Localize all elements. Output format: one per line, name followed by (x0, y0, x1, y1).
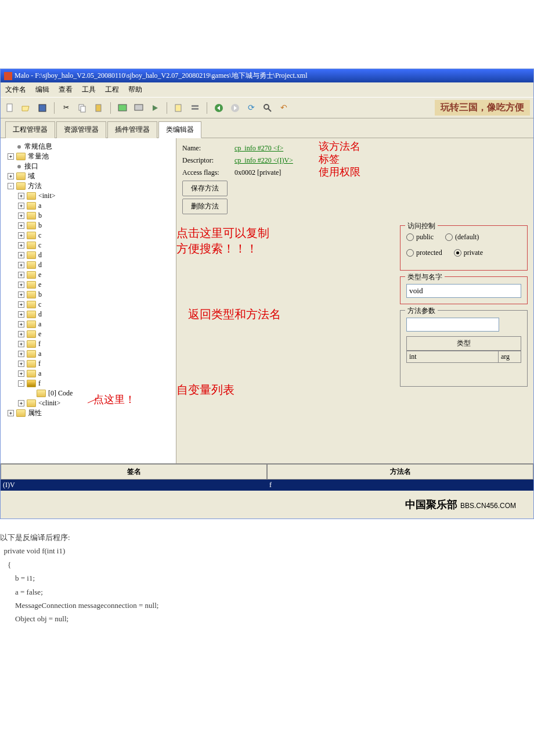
open-icon[interactable] (20, 102, 32, 114)
param-row[interactable]: int arg (406, 351, 521, 363)
tool2-icon[interactable] (189, 102, 201, 114)
save-method-button[interactable]: 保存方法 (182, 181, 228, 196)
tree-toggle-icon[interactable]: + (18, 213, 24, 219)
menu-编辑[interactable]: 编辑 (35, 85, 49, 95)
tree-toggle-icon[interactable]: + (18, 252, 24, 258)
tree-item[interactable]: +域 (4, 171, 172, 181)
tree-item[interactable]: -f (4, 379, 172, 388)
tree-item[interactable]: +b (4, 211, 172, 221)
tree-item[interactable]: +c (4, 300, 172, 309)
tree-toggle-icon[interactable]: + (18, 370, 24, 377)
tree-item[interactable]: +b (4, 290, 172, 300)
special-icon (27, 380, 36, 387)
tree-toggle-icon[interactable]: + (18, 321, 24, 327)
tree-item[interactable]: +a (4, 319, 172, 329)
signature-row[interactable]: (I)V f (1, 480, 533, 491)
tree-toggle-icon[interactable]: + (8, 410, 14, 416)
tree-item[interactable]: +f (4, 359, 172, 369)
tree-item[interactable]: +d (4, 309, 172, 319)
menu-查看[interactable]: 查看 (59, 85, 73, 95)
screen-icon[interactable] (133, 102, 145, 114)
tree-toggle-icon[interactable]: + (18, 232, 24, 239)
descriptor-value[interactable]: cp_info #220 <(I)V> (234, 156, 293, 165)
tree-label: c (38, 241, 41, 250)
tree-toggle-icon[interactable]: + (18, 272, 24, 278)
search-icon[interactable] (262, 102, 273, 114)
tree-label: d (38, 261, 42, 269)
tree-item[interactable]: -方法 (4, 181, 172, 191)
back-icon[interactable] (213, 102, 225, 114)
svg-rect-1 (39, 105, 46, 111)
banner-ad: 玩转三国，像吃方便 (435, 100, 530, 116)
play-icon[interactable] (149, 102, 161, 114)
tree-item[interactable]: +a (4, 201, 172, 211)
descriptor-label: Descriptor: (182, 156, 234, 165)
cut-icon[interactable]: ✂ (60, 102, 72, 114)
paste-icon[interactable] (93, 102, 104, 114)
tree-toggle-icon[interactable]: - (18, 380, 24, 387)
tree-item[interactable]: +d (4, 260, 172, 270)
refresh-icon[interactable]: ⟳ (246, 102, 257, 114)
type-input[interactable] (406, 284, 521, 298)
tree-item[interactable]: 常规信息 (4, 142, 172, 152)
menu-帮助[interactable]: 帮助 (128, 85, 142, 95)
radio-public[interactable]: public (406, 233, 434, 242)
tree-toggle-icon[interactable]: + (18, 361, 24, 367)
tree-toggle-icon[interactable]: + (8, 173, 14, 179)
tree-item[interactable]: +e (4, 329, 172, 339)
radio-private[interactable]: private (454, 249, 483, 257)
type-name-title: 类型与名字 (405, 272, 445, 282)
undo-icon[interactable]: ↶ (278, 102, 290, 114)
tree-toggle-icon[interactable]: - (8, 183, 14, 189)
tree-item[interactable]: +b (4, 221, 172, 231)
tab-3[interactable]: 类编辑器 (158, 121, 201, 138)
folder-icon (27, 321, 36, 328)
tree-toggle-icon[interactable]: + (18, 301, 24, 308)
tree-toggle-icon[interactable]: + (18, 193, 24, 199)
menu-工程[interactable]: 工程 (105, 85, 119, 95)
tree-toggle-icon[interactable]: + (18, 203, 24, 209)
tree-item[interactable]: +a (4, 349, 172, 359)
tree-item[interactable]: +c (4, 240, 172, 250)
forward-icon[interactable] (229, 102, 241, 114)
image-icon[interactable] (117, 102, 128, 114)
delete-method-button[interactable]: 删除方法 (182, 199, 228, 214)
tree-toggle-icon[interactable]: + (18, 262, 24, 268)
tab-1[interactable]: 资源管理器 (56, 121, 106, 138)
tree-item[interactable]: +a (4, 369, 172, 379)
tree-item[interactable]: +d (4, 250, 172, 260)
tree-toggle-icon[interactable]: + (18, 282, 24, 288)
tab-2[interactable]: 插件管理器 (107, 121, 157, 138)
tree-item[interactable]: +属性 (4, 408, 172, 418)
tool1-icon[interactable] (173, 102, 185, 114)
tree-toggle-icon[interactable]: + (18, 341, 24, 347)
tree-toggle-icon[interactable]: + (18, 351, 24, 357)
tree-toggle-icon[interactable]: + (18, 242, 24, 249)
copy-icon[interactable] (77, 102, 88, 114)
tab-0[interactable]: 工程管理器 (5, 121, 55, 138)
radio-default[interactable]: (default) (445, 233, 479, 242)
tree-item[interactable]: +常量池 (4, 152, 172, 161)
tree-item[interactable]: +e (4, 270, 172, 280)
tree-toggle-icon[interactable]: + (18, 331, 24, 337)
save-icon[interactable] (37, 102, 48, 114)
tree-item[interactable]: +f (4, 339, 172, 349)
tree-toggle-icon[interactable]: + (18, 400, 24, 406)
radio-protected[interactable]: protected (406, 249, 442, 257)
tree-toggle-icon[interactable]: + (8, 153, 14, 160)
tree-toggle-icon[interactable]: + (18, 311, 24, 318)
tree-item[interactable]: +e (4, 280, 172, 290)
name-value[interactable]: cp_info #270 <f> (234, 144, 283, 153)
tree-item[interactable]: 接口 (4, 161, 172, 171)
menu-工具[interactable]: 工具 (82, 85, 96, 95)
tree-item[interactable]: +c (4, 231, 172, 240)
menu-文件名[interactable]: 文件名 (5, 85, 26, 95)
tree-item[interactable]: [0] Code (4, 388, 172, 398)
tree-toggle-icon[interactable]: + (18, 291, 24, 298)
folder-icon (27, 232, 36, 239)
param-input[interactable] (406, 318, 499, 332)
tree-item[interactable]: +<init> (4, 191, 172, 201)
folder-icon (16, 409, 26, 417)
tree-toggle-icon[interactable]: + (18, 222, 24, 229)
new-file-icon[interactable] (4, 102, 16, 114)
